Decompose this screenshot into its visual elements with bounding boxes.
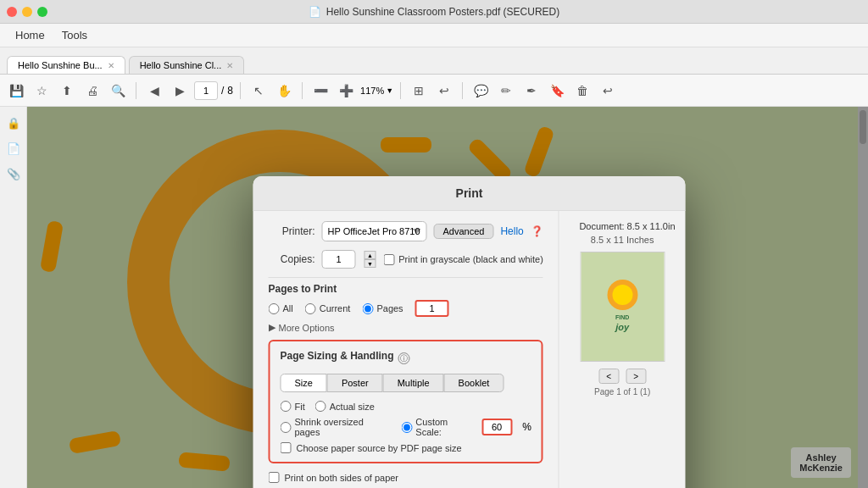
preview-thumbnail: FIND joy [580,252,665,362]
sidebar-pages-icon[interactable]: 📄 [4,139,23,158]
copies-input[interactable]: 1 [322,250,356,269]
dialog-main: Printer: HP OfficeJet Pro 8710 Advanced … [253,211,686,488]
maximize-button[interactable] [37,7,47,17]
both-sides-checkbox[interactable]: Print on both sides of paper [269,472,543,483]
preview-prev[interactable]: < [598,369,619,384]
minimize-button[interactable] [22,7,32,17]
bottom-section: Print on both sides of paper Orientation… [269,472,543,488]
pdf-icon: 📄 [309,6,321,18]
sizing-info-icon[interactable]: ⓘ [398,352,410,364]
rotate-btn[interactable]: ↩ [433,80,455,102]
grayscale-checkbox[interactable] [383,254,394,265]
zoom-dropdown-icon[interactable]: ▼ [386,86,393,95]
size-label: 8.5 x 11 Inches [591,235,654,245]
menu-home[interactable]: Home [7,27,53,43]
actual-size-radio[interactable]: Actual size [315,401,375,412]
sidebar-left: 🔒 📄 📎 [0,107,27,488]
next-page-btn[interactable]: ▶ [169,80,191,102]
cursor-tool[interactable]: ↖ [248,80,270,102]
pages-input[interactable]: 1 [415,300,449,317]
tabs-bar: Hello Sunshine Bu... ✕ Hello Sunshine Cl… [0,47,868,75]
zoom-level: 117% [360,86,384,96]
tab-0-close[interactable]: ✕ [108,61,114,70]
tab-0[interactable]: Hello Sunshine Bu... ✕ [7,56,125,74]
sidebar-lock-icon[interactable]: 🔒 [4,114,23,132]
divider-2 [240,82,241,99]
divider-1 [136,82,136,99]
pdf-source-checkbox[interactable]: Choose paper source by PDF page size [281,442,462,453]
upload-btn[interactable]: ⬆ [56,80,78,102]
size-tab[interactable]: Size [281,374,327,392]
zoom-out2-btn[interactable]: ➖ [309,80,331,102]
tab-1-close[interactable]: ✕ [226,61,233,70]
more-options-arrow: ▶ [269,322,275,333]
comment-btn[interactable]: 💬 [470,80,492,102]
pan-tool[interactable]: ✋ [273,80,295,102]
preview-next[interactable]: > [626,369,646,384]
copies-row: Copies: 1 ▲ ▼ Print in grayscale (black … [269,250,543,269]
shrink-row: Shrink oversized pages Custom Scale: 60 … [281,417,531,437]
copies-up[interactable]: ▲ [364,251,376,259]
highlight-btn[interactable]: ✒ [520,80,542,102]
multiple-tab[interactable]: Multiple [383,374,444,392]
sizing-tabs: Size Poster Multiple Booklet [281,374,531,392]
preview-page-info: Page 1 of 1 (1) [594,387,650,396]
custom-scale-radio[interactable]: Custom Scale: [401,417,471,437]
help-link[interactable]: Hello [500,225,523,237]
page-input[interactable]: 1 [194,81,218,100]
booklet-tab[interactable]: Booklet [444,374,504,392]
page-input-group: 1 / 8 [194,81,233,100]
poster-tab[interactable]: Poster [327,374,383,392]
fit-radio[interactable]: Fit [281,401,305,412]
printer-select[interactable]: HP OfficeJet Pro 8710 [322,221,427,241]
shrink-radio[interactable]: Shrink oversized pages [281,417,385,437]
pages-radio[interactable]: Pages [362,303,403,314]
delete-btn[interactable]: 🗑 [571,80,593,102]
divider-3 [302,82,303,99]
tab-1-label: Hello Sunshine Cl... [140,60,222,70]
zoom-in2-btn[interactable]: ➕ [335,80,357,102]
page-sizing-section: Page Sizing & Handling ⓘ Size Poster Mul… [269,340,543,463]
marquee-zoom-btn[interactable]: ⊞ [408,80,430,102]
fit-row: Fit Actual size [281,401,531,412]
all-radio[interactable]: All [269,303,293,314]
close-button[interactable] [7,7,17,17]
pdf-area: AshleyMcKenzie Print Printer: HP OfficeJ… [27,107,868,488]
copies-stepper: ▲ ▼ [364,251,376,268]
stamp-btn[interactable]: 🔖 [546,80,568,102]
tab-1[interactable]: Hello Sunshine Cl... ✕ [129,56,245,74]
bookmark-btn[interactable]: ☆ [31,80,53,102]
divider-4 [400,82,401,99]
dialog-left: Printer: HP OfficeJet Pro 8710 Advanced … [253,211,559,488]
sizing-options: Fit Actual size Shrink overs [281,401,531,453]
grayscale-label: Print in grayscale (black and white) [398,254,543,264]
menu-tools[interactable]: Tools [53,27,96,43]
advanced-button[interactable]: Advanced [434,224,494,239]
print-btn[interactable]: 🖨 [81,80,103,102]
audio-btn[interactable]: ↩ [597,80,619,102]
copies-down[interactable]: ▼ [364,259,376,268]
dialog-title: Print [253,176,686,211]
sidebar-attach-icon[interactable]: 📎 [4,164,23,183]
current-radio[interactable]: Current [305,303,351,314]
draw-btn[interactable]: ✏ [495,80,517,102]
tab-0-label: Hello Sunshine Bu... [18,60,103,70]
copies-label: Copies: [269,253,315,265]
prev-page-btn[interactable]: ◀ [143,80,165,102]
zoom-out-btn[interactable]: 🔍 [107,80,129,102]
printer-row: Printer: HP OfficeJet Pro 8710 Advanced … [269,221,543,241]
printer-label: Printer: [269,225,315,237]
scale-input[interactable]: 60 [481,419,512,435]
divider-5 [462,82,463,99]
save-btn[interactable]: 💾 [5,80,27,102]
title-bar: 📄 Hello Sunshine Classroom Posters.pdf (… [0,0,868,24]
pages-section-label: Pages to Print [269,283,543,295]
more-options-toggle[interactable]: ▶ More Options [269,322,543,333]
page-separator: / [221,85,224,97]
window-title: 📄 Hello Sunshine Classroom Posters.pdf (… [309,6,559,18]
pages-radio-group: All Current Pages 1 [269,300,543,317]
help-icon[interactable]: ❓ [531,225,543,237]
pdf-page-source-row: Choose paper source by PDF page size [281,442,531,453]
poster-preview: FIND joy [581,252,664,361]
menu-bar: Home Tools [0,24,868,47]
